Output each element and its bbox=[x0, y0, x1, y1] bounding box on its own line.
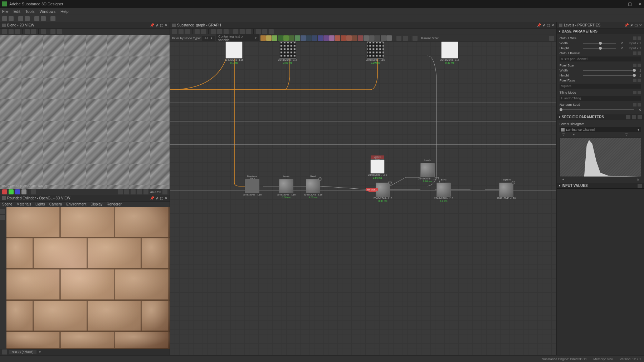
graph-pin-icon[interactable]: 📌 bbox=[537, 23, 541, 27]
graph-node-bottom-1[interactable]: Directional Warp 2048x2048 - L16 bbox=[245, 179, 259, 193]
input-values-header[interactable]: INPUT VALUES bbox=[562, 184, 588, 188]
view2d-opt1-icon[interactable] bbox=[124, 189, 129, 194]
graph-node-bottom-2[interactable]: Levels 2048x2048 - L16 0.08 ms bbox=[279, 179, 293, 193]
hist-out-low[interactable]: ▲ bbox=[562, 178, 565, 181]
panel-popout-icon[interactable]: ⬈ bbox=[156, 23, 158, 27]
palette-swatch-22[interactable] bbox=[386, 35, 392, 41]
graph-tool-align-icon[interactable] bbox=[217, 29, 222, 34]
view3d-colorspace-dropdown[interactable]: sRGB (default) bbox=[9, 350, 36, 354]
palette-swatch-10[interactable] bbox=[318, 35, 323, 41]
view3d-side-icon-1[interactable] bbox=[0, 209, 5, 214]
palette-swatch-17[interactable] bbox=[358, 35, 363, 41]
palette-swatch-11[interactable] bbox=[323, 35, 329, 41]
panel3d-close-icon[interactable]: ✕ bbox=[165, 196, 167, 200]
graph-node-top-3[interactable]: 2048x2048 - L16 2.09 ms bbox=[367, 41, 384, 59]
base-parameters-header[interactable]: BASE PARAMETERS bbox=[562, 29, 597, 33]
tiling-mode-field[interactable]: H and V Tiling bbox=[560, 96, 641, 101]
panel3d-max-icon[interactable]: ▢ bbox=[160, 196, 163, 200]
pixel-ratio-field[interactable]: Square bbox=[560, 84, 641, 89]
view2d-footer-icon[interactable] bbox=[31, 189, 36, 194]
menu-3d-environment[interactable]: Environment bbox=[66, 202, 86, 206]
opt4-icon[interactable] bbox=[638, 79, 641, 82]
palette-swatch-1[interactable] bbox=[266, 35, 272, 41]
luminance-channel-dropdown[interactable]: Luminance Channel ▼ bbox=[560, 127, 641, 132]
menu-3d-display[interactable]: Display bbox=[91, 202, 102, 206]
view2d-lock-icon[interactable] bbox=[162, 189, 167, 194]
link3-icon[interactable] bbox=[633, 64, 636, 67]
palette-swatch-5[interactable] bbox=[289, 35, 294, 41]
specific-parameters-header[interactable]: SPECIFIC PARAMETERS bbox=[562, 115, 604, 119]
opt5-icon[interactable] bbox=[638, 91, 641, 94]
palette-swatch-18[interactable] bbox=[364, 35, 369, 41]
graph-tool-3-icon[interactable] bbox=[185, 29, 190, 34]
px-height-slider[interactable] bbox=[583, 75, 634, 76]
view2d-tool-3[interactable] bbox=[15, 29, 20, 34]
hist-marker-high[interactable]: ▽ bbox=[625, 133, 628, 136]
view2d-tool-6[interactable] bbox=[41, 29, 46, 34]
graph-tool-13-icon[interactable] bbox=[262, 29, 267, 34]
link6-icon[interactable] bbox=[633, 103, 636, 106]
graph-canvas[interactable]: first 2048x2048 - L16 0.1 ms bbox=[170, 41, 556, 355]
spec-icon-3[interactable] bbox=[638, 115, 642, 119]
props-close-icon[interactable]: ✕ bbox=[639, 23, 642, 27]
hist-marker-mid[interactable]: ▼ bbox=[572, 133, 575, 136]
panel3d-pin-icon[interactable]: 📌 bbox=[150, 196, 154, 200]
graph-node-bottom-6[interactable]: Height Int 2048x2048 - L16 bbox=[499, 183, 513, 197]
graph-node-levels-1[interactable]: Levels 2048x2048 - L16 0.08 ms bbox=[420, 163, 435, 177]
graph-close-icon[interactable]: ✕ bbox=[551, 23, 554, 27]
toolbar-save-icon[interactable] bbox=[18, 16, 23, 21]
menu-3d-lights[interactable]: Lights bbox=[35, 202, 45, 206]
graph-node-uniform-color[interactable]: Uniform Color 2048x2048 - L16 0.56 ms bbox=[370, 159, 385, 174]
view2d-tool-7[interactable] bbox=[50, 29, 55, 34]
panel3d-popout-icon[interactable]: ⬈ bbox=[156, 196, 158, 200]
close-button[interactable]: ✕ bbox=[638, 1, 642, 6]
hist-out-high[interactable]: △ bbox=[637, 178, 639, 181]
graph-tool-link-icon[interactable] bbox=[211, 29, 216, 34]
palette-swatch-7[interactable] bbox=[301, 35, 306, 41]
toolbar-refresh-icon[interactable] bbox=[50, 16, 55, 21]
output-format-field[interactable]: 8 Bits per Channel bbox=[560, 56, 641, 61]
levels-histogram[interactable] bbox=[560, 138, 641, 177]
graph-tool-14-icon[interactable] bbox=[269, 29, 274, 34]
menu-3d-scene[interactable]: Scene bbox=[2, 202, 12, 206]
inputval-icon[interactable] bbox=[638, 184, 642, 188]
panel-close-icon[interactable]: ✕ bbox=[165, 23, 167, 27]
view2d-grid-icon[interactable] bbox=[118, 189, 123, 194]
link4-icon[interactable] bbox=[633, 79, 636, 82]
toolbar-saveall-icon[interactable] bbox=[25, 16, 30, 21]
palette-swatch-0[interactable] bbox=[260, 35, 266, 41]
graph-refresh-icon[interactable] bbox=[403, 36, 408, 41]
view2d-opt4-icon[interactable] bbox=[143, 189, 148, 194]
menu-3d-renderer[interactable]: Renderer bbox=[107, 202, 122, 206]
menu-3d-camera[interactable]: Camera bbox=[49, 202, 62, 206]
filter-type-dropdown[interactable]: All bbox=[202, 36, 215, 41]
view2d-opt3-icon[interactable] bbox=[137, 189, 142, 194]
palette-swatch-14[interactable] bbox=[341, 35, 346, 41]
view3d-side-icon-2[interactable] bbox=[0, 215, 5, 220]
palette-swatch-15[interactable] bbox=[346, 35, 352, 41]
props-max-icon[interactable]: ▢ bbox=[634, 23, 638, 27]
view2d-tool-1[interactable] bbox=[2, 29, 7, 34]
palette-swatch-13[interactable] bbox=[335, 35, 340, 41]
view3d-footer-icon[interactable] bbox=[2, 349, 7, 354]
channel-g-swatch[interactable] bbox=[9, 189, 14, 194]
graph-export-icon[interactable] bbox=[396, 36, 401, 41]
graph-extra-icon[interactable] bbox=[549, 36, 554, 41]
palette-swatch-2[interactable] bbox=[272, 35, 277, 41]
link-icon[interactable] bbox=[633, 36, 636, 40]
graph-tool-2-icon[interactable] bbox=[179, 29, 184, 34]
graph-tool-info-icon[interactable] bbox=[195, 29, 200, 34]
graph-tool-10-icon[interactable] bbox=[240, 29, 245, 34]
width-slider[interactable] bbox=[583, 43, 616, 44]
view-2d-canvas[interactable]: 2048 x 2048 (Grayscale, 16bpc) bbox=[0, 35, 170, 189]
palette-swatch-6[interactable] bbox=[295, 35, 300, 41]
menu-help[interactable]: Help bbox=[60, 9, 69, 14]
hist-marker-low[interactable]: ▽ bbox=[562, 133, 565, 136]
palette-swatch-12[interactable] bbox=[329, 35, 335, 41]
palette-swatch-21[interactable] bbox=[381, 35, 386, 41]
view2d-tool-5[interactable] bbox=[31, 29, 36, 34]
palette-swatch-4[interactable] bbox=[283, 35, 289, 41]
link2-icon[interactable] bbox=[633, 51, 636, 55]
opt2-icon[interactable] bbox=[638, 51, 641, 55]
menu-edit[interactable]: Edit bbox=[14, 9, 20, 14]
